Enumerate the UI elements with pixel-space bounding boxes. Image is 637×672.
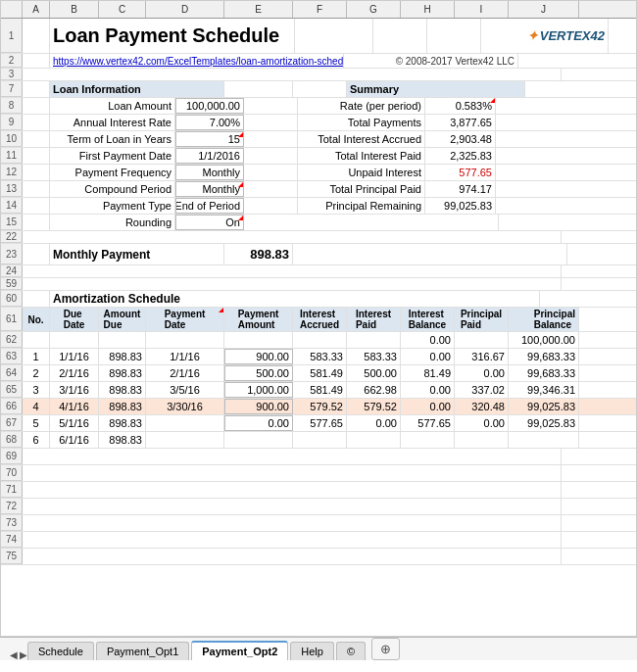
- cell-65-payamt[interactable]: 1,000.00: [224, 382, 293, 398]
- tab-help[interactable]: Help: [290, 642, 334, 660]
- col-header-h: H: [401, 1, 455, 18]
- term-value[interactable]: 15: [175, 131, 244, 147]
- cell-68-intbal: [401, 432, 455, 448]
- col-intbal-header: InterestBalance: [401, 308, 455, 331]
- rounding-value[interactable]: On: [175, 215, 244, 230]
- col-princbal-header: PrincipalBalance: [509, 308, 579, 331]
- cell-68-due: 6/1/16: [50, 432, 99, 448]
- cell-68-no: 6: [23, 432, 50, 448]
- row-60: 60 Amortization Schedule: [1, 291, 636, 308]
- tab-payment-opt2[interactable]: Payment_Opt2: [191, 641, 288, 660]
- rownum-7: 7: [1, 81, 23, 97]
- total-payments-label: Total Payments: [298, 115, 425, 130]
- loan-amount-value[interactable]: 100,000.00: [175, 98, 244, 114]
- tab-add-button[interactable]: ⊕: [371, 638, 400, 660]
- row-14: 14 Payment Type End of Period Principal …: [1, 198, 636, 215]
- rownum-68: 68: [1, 432, 23, 448]
- first-pay-value[interactable]: 1/1/2016: [175, 148, 244, 164]
- row-70: 70: [1, 465, 636, 482]
- cell-13f: [244, 181, 298, 197]
- cell-23a: [23, 244, 50, 264]
- copyright-cell: © 2008-2017 Vertex42 LLC: [344, 54, 518, 68]
- cell-66-intacc: 579.52: [293, 399, 347, 414]
- total-princ-paid-value: 974.17: [425, 181, 496, 197]
- col-header-i: I: [455, 1, 509, 18]
- row-65: 65 3 3/1/16 898.83 3/5/16 1,000.00 581.4…: [1, 382, 636, 399]
- total-princ-paid-label: Total Principal Paid: [298, 181, 425, 197]
- col-header-d: D: [146, 1, 224, 18]
- annual-rate-value[interactable]: 7.00%: [175, 115, 244, 130]
- row-1: 1 Loan Payment Schedule ✦ VERTEX42: [1, 19, 636, 54]
- logo-text: VERTEX42: [540, 28, 605, 43]
- col-header-a: A: [23, 1, 50, 18]
- row-75: 75: [1, 549, 636, 565]
- loan-amount-label: Loan Amount: [50, 98, 175, 114]
- row-24: 24: [1, 265, 636, 278]
- unpaid-int-label: Unpaid Interest: [298, 165, 425, 180]
- cell-66-intpaid: 579.52: [347, 399, 401, 414]
- cell-63-payamt[interactable]: 900.00: [224, 349, 293, 364]
- col-header-b: B: [50, 1, 99, 18]
- cell-62-no: [23, 332, 50, 348]
- rate-value-text: 0.583%: [456, 100, 492, 112]
- cell-70: [23, 465, 562, 481]
- tab-copyright[interactable]: ©: [336, 642, 366, 660]
- cell-67-payamt[interactable]: 0.00: [224, 415, 293, 431]
- cell-1e: [295, 19, 373, 53]
- cell-62-princbal: 100,000.00: [509, 332, 579, 348]
- compound-value[interactable]: Monthly: [175, 181, 244, 197]
- rownum-70: 70: [1, 465, 23, 481]
- tab-scroll-arrows[interactable]: ◀ ▶: [10, 649, 27, 660]
- rownum-65: 65: [1, 382, 23, 398]
- cell-72: [23, 499, 562, 514]
- cell-73: [23, 515, 562, 531]
- cell-9a: [23, 115, 50, 130]
- rownum-22: 22: [1, 231, 23, 243]
- cell-68-intpaid: [347, 432, 401, 448]
- cell-64-payamt[interactable]: 500.00: [224, 365, 293, 381]
- cell-67-princpaid: 0.00: [455, 415, 509, 431]
- rownum-66: 66: [1, 399, 23, 414]
- cell-64-intpaid: 500.00: [347, 365, 401, 381]
- cell-66-no: 4: [23, 399, 50, 414]
- princ-remaining-value: 99,025.83: [425, 198, 496, 214]
- scroll-left-icon[interactable]: ◀: [10, 649, 18, 660]
- cell-10a: [23, 131, 50, 147]
- cell-68-intacc: [293, 432, 347, 448]
- tab-payment-opt1[interactable]: Payment_Opt1: [96, 642, 189, 660]
- row-72: 72: [1, 499, 636, 515]
- monthly-payment-value: 898.83: [224, 244, 293, 264]
- pay-type-value[interactable]: End of Period: [175, 198, 244, 214]
- cell-65-due: 3/1/16: [50, 382, 99, 398]
- red-triangle-13: [238, 182, 243, 187]
- cell-1g: [427, 19, 481, 53]
- row-62: 62 0.00 100,000.00: [1, 332, 636, 349]
- row-23: 23 Monthly Payment 898.83: [1, 244, 636, 265]
- sched-title: Amortization Schedule: [50, 291, 540, 307]
- first-pay-label: First Payment Date: [50, 148, 175, 164]
- row-63: 63 1 1/1/16 898.83 1/1/16 900.00 583.33 …: [1, 349, 636, 365]
- col-header-c: C: [99, 1, 146, 18]
- col-payamt-header: PaymentAmount: [224, 308, 293, 331]
- cell-62-intpaid: [347, 332, 401, 348]
- scroll-right-icon[interactable]: ▶: [20, 649, 27, 660]
- tab-schedule[interactable]: Schedule: [27, 642, 94, 660]
- cell-68-amount: 898.83: [99, 432, 146, 448]
- cell-66-due: 4/1/16: [50, 399, 99, 414]
- rownum-63: 63: [1, 349, 23, 364]
- row-71: 71: [1, 482, 636, 499]
- row-64: 64 2 2/1/16 898.83 2/1/16 500.00 581.49 …: [1, 365, 636, 382]
- pay-freq-value[interactable]: Monthly: [175, 165, 244, 180]
- cell-22: [23, 231, 562, 243]
- row-67: 67 5 5/1/16 898.83 0.00 577.65 0.00 577.…: [1, 415, 636, 432]
- rownum-72: 72: [1, 499, 23, 514]
- cell-62-intbal: 0.00: [401, 332, 455, 348]
- cell-66-payamt[interactable]: 900.00: [224, 399, 293, 414]
- cell-67-princbal: 99,025.83: [509, 415, 579, 431]
- col-paydate-header: PaymentDate: [146, 308, 224, 331]
- row-74: 74: [1, 532, 636, 549]
- row-69: 69: [1, 449, 636, 465]
- link-cell[interactable]: https://www.vertex42.com/ExcelTemplates/…: [50, 54, 344, 68]
- cell-67-no: 5: [23, 415, 50, 431]
- cell-64-princpaid: 0.00: [455, 365, 509, 381]
